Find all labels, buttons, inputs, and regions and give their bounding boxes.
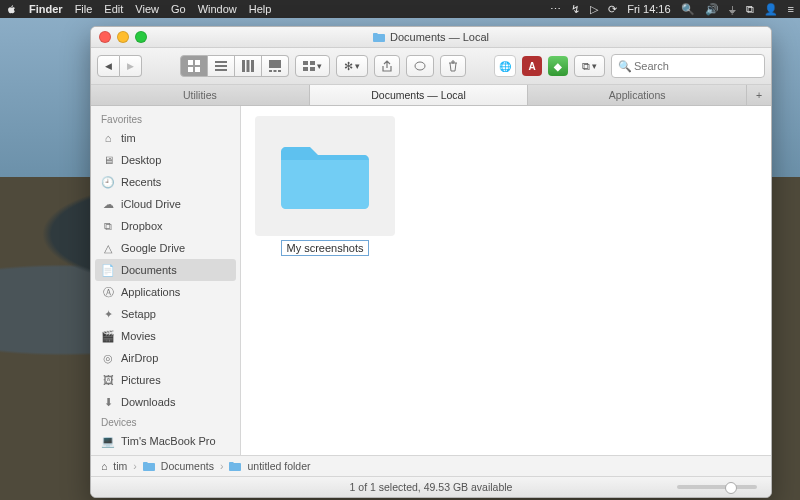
titlebar: Documents — Local [91, 27, 771, 48]
folder-icon [373, 32, 385, 42]
wifi-icon[interactable]: ⏚ [729, 3, 736, 15]
sidebar-item-downloads[interactable]: ⬇Downloads [91, 391, 240, 413]
zoom-button[interactable] [135, 31, 147, 43]
user-icon[interactable]: 👤 [764, 3, 778, 16]
menubar-item-window[interactable]: Window [198, 3, 237, 15]
home-icon: ⌂ [101, 131, 115, 145]
forward-button[interactable]: ▶ [120, 55, 142, 77]
status-icon[interactable]: ⋯ [550, 3, 561, 16]
sidebar-item-desktop[interactable]: 🖥Desktop [91, 149, 240, 171]
path-segment[interactable]: Documents [161, 460, 214, 472]
trash-button[interactable] [440, 55, 466, 77]
status-icon[interactable]: ▷ [590, 3, 598, 16]
tab-utilities[interactable]: Utilities [91, 85, 310, 105]
folder-icon [143, 461, 155, 471]
svg-point-18 [415, 62, 425, 70]
search-input[interactable] [632, 59, 772, 73]
gdrive-icon: △ [101, 241, 115, 255]
clock-icon: 🕘 [101, 175, 115, 189]
sidebar-item-movies[interactable]: 🎬Movies [91, 325, 240, 347]
sidebar-item-recents[interactable]: 🕘Recents [91, 171, 240, 193]
setapp-icon: ✦ [101, 307, 115, 321]
spotlight-icon[interactable]: 🔍 [681, 3, 695, 16]
sidebar-item-macbook[interactable]: 💻Tim's MacBook Pro [91, 430, 240, 452]
sidebar-item-documents[interactable]: 📄Documents [95, 259, 236, 281]
svg-rect-13 [278, 70, 281, 72]
svg-rect-5 [215, 65, 227, 67]
toolbar-app-3[interactable]: ◆ [548, 56, 568, 76]
sidebar-item-dropbox[interactable]: ⧉Dropbox [91, 215, 240, 237]
sidebar-item-applications[interactable]: ⒶApplications [91, 281, 240, 303]
close-button[interactable] [99, 31, 111, 43]
bluetooth-icon[interactable]: ⧉ [746, 3, 754, 16]
laptop-icon: 💻 [101, 434, 115, 448]
menubar-clock[interactable]: Fri 14:16 [627, 3, 670, 15]
path-bar: ⌂ tim › Documents › untitled folder [91, 455, 771, 476]
menubar-item-edit[interactable]: Edit [104, 3, 123, 15]
path-segment[interactable]: untitled folder [247, 460, 310, 472]
svg-rect-17 [310, 67, 315, 71]
svg-rect-3 [195, 67, 200, 72]
sidebar-heading-favorites: Favorites [91, 110, 240, 127]
dropbox-button[interactable]: ⧉▾ [574, 55, 605, 77]
minimize-button[interactable] [117, 31, 129, 43]
menubar-app-name[interactable]: Finder [29, 3, 63, 15]
svg-rect-9 [251, 60, 254, 72]
app-icon: Ⓐ [101, 285, 115, 299]
finder-window: Documents — Local ◀ ▶ ▾ ✻▾ 🌐 A ◆ ⧉▾ 🔍 Ut… [90, 26, 772, 498]
sidebar-heading-devices: Devices [91, 413, 240, 430]
content-area[interactable]: My screenshots [241, 106, 771, 455]
svg-rect-15 [310, 61, 315, 65]
view-icon-button[interactable] [180, 55, 208, 77]
toolbar-app-1[interactable]: 🌐 [494, 55, 516, 77]
tab-documents[interactable]: Documents — Local [310, 85, 529, 105]
status-icon[interactable]: ⟳ [608, 3, 617, 16]
tab-applications[interactable]: Applications [528, 85, 747, 105]
share-button[interactable] [374, 55, 400, 77]
menubar-item-go[interactable]: Go [171, 3, 186, 15]
toolbar-app-2[interactable]: A [522, 56, 542, 76]
svg-rect-12 [274, 70, 277, 72]
search-icon: 🔍 [618, 60, 632, 73]
status-icon[interactable]: ↯ [571, 3, 580, 16]
tabs-bar: Utilities Documents — Local Applications… [91, 85, 771, 106]
sidebar-item-pictures[interactable]: 🖼Pictures [91, 369, 240, 391]
path-segment[interactable]: tim [113, 460, 127, 472]
action-button[interactable]: ✻▾ [336, 55, 368, 77]
folder-icon [229, 461, 241, 471]
svg-rect-1 [195, 60, 200, 65]
status-bar: 1 of 1 selected, 49.53 GB available [91, 476, 771, 497]
status-text: 1 of 1 selected, 49.53 GB available [350, 481, 513, 493]
volume-icon[interactable]: 🔊 [705, 3, 719, 16]
search-field[interactable]: 🔍 [611, 54, 765, 78]
toolbar: ◀ ▶ ▾ ✻▾ 🌐 A ◆ ⧉▾ 🔍 [91, 48, 771, 85]
doc-icon: 📄 [101, 263, 115, 277]
folder-icon [275, 136, 375, 216]
svg-rect-2 [188, 67, 193, 72]
svg-rect-16 [303, 67, 308, 71]
back-button[interactable]: ◀ [97, 55, 120, 77]
arrange-button[interactable]: ▾ [295, 55, 330, 77]
menubar-item-help[interactable]: Help [249, 3, 272, 15]
notification-icon[interactable]: ≡ [788, 3, 794, 15]
view-list-button[interactable] [208, 55, 235, 77]
folder-name-input[interactable]: My screenshots [281, 240, 368, 256]
tags-button[interactable] [406, 55, 434, 77]
svg-rect-8 [247, 60, 250, 72]
sidebar-item-icloud[interactable]: ☁iCloud Drive [91, 193, 240, 215]
menubar-item-file[interactable]: File [75, 3, 93, 15]
sidebar: Favorites ⌂tim 🖥Desktop 🕘Recents ☁iCloud… [91, 106, 241, 455]
sidebar-item-tim[interactable]: ⌂tim [91, 127, 240, 149]
icon-size-slider[interactable] [677, 485, 757, 489]
svg-rect-14 [303, 61, 308, 65]
apple-icon[interactable] [6, 4, 17, 15]
menubar: Finder File Edit View Go Window Help ⋯ ↯… [0, 0, 800, 18]
folder-item[interactable]: My screenshots [255, 116, 395, 256]
tab-add-button[interactable]: + [747, 85, 771, 105]
menubar-item-view[interactable]: View [135, 3, 159, 15]
sidebar-item-gdrive[interactable]: △Google Drive [91, 237, 240, 259]
view-column-button[interactable] [235, 55, 262, 77]
sidebar-item-setapp[interactable]: ✦Setapp [91, 303, 240, 325]
sidebar-item-airdrop[interactable]: ◎AirDrop [91, 347, 240, 369]
view-gallery-button[interactable] [262, 55, 289, 77]
